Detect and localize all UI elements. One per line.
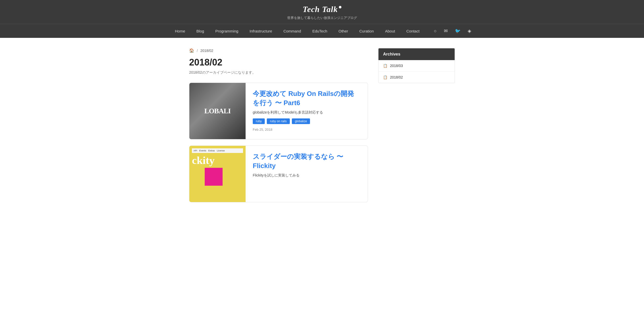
post-card-2: API Events Extras License ckity スライダーの実装… [189,146,368,202]
nav-command[interactable]: Command [278,25,307,37]
main-nav: Home Blog Programming Infrastructure Com… [0,24,644,38]
archive-icon-2: 📋 [383,75,387,79]
post-body-2: スライダーの実装するなら 〜 Flickity Flickityを試しに実装して… [246,146,368,202]
thumb2-inner: API Events Extras License ckity [192,148,243,186]
title-dot [339,6,341,8]
post-tag-ruby[interactable]: ruby [253,118,265,124]
site-header: Tech Talk 世界を旅して暮らしたい放浪エンジニアブログ Home Blo… [0,0,644,38]
nav-curation[interactable]: Curation [354,25,379,37]
archive-icon-1: 📋 [383,64,387,68]
breadcrumb-current: 2018/02 [200,49,213,53]
content-area: 🏠 / 2018/02 2018/02 2018/02のアーカイブページになりま… [189,48,368,208]
archives-box: Archives 📋 2018/03 📋 2018/02 [378,48,455,83]
archive-label-2018-02: 2018/02 [390,75,403,79]
post-tag-globalize[interactable]: globalize [292,118,310,124]
nav-home[interactable]: Home [169,25,191,37]
site-title-text: Tech Talk [303,5,338,14]
site-tagline: 世界を旅して暮らしたい放浪エンジニアブログ [0,16,644,20]
main-wrapper: 🏠 / 2018/02 2018/02 2018/02のアーカイブページになりま… [181,38,463,219]
twitter-icon: 🐦 [455,28,461,34]
github-link[interactable]: ○ [430,24,440,38]
post-excerpt-1: globalizeを利用してModelも多言語対応する [253,110,361,115]
breadcrumb: 🏠 / 2018/02 [189,48,368,53]
site-title: Tech Talk [0,5,644,14]
post-tag-ruby-on-rails[interactable]: ruby on rails [267,118,290,124]
post-title-link-2[interactable]: スライダーの実装するなら 〜 Flickity [253,153,343,170]
page-title: 2018/02 [189,57,368,68]
rss-link[interactable]: ◈ [464,24,475,38]
post-excerpt-2: Flickityを試しに実装してみる [253,173,361,178]
nav-about[interactable]: About [379,25,401,37]
thumb2-nav-extras: Extras [208,149,215,152]
thumb2-nav: API Events Extras License [192,148,243,153]
post-title-2: スライダーの実装するなら 〜 Flickity [253,152,361,171]
post-tags-1: ruby ruby on rails globalize [253,118,361,124]
nav-other[interactable]: Other [333,25,354,37]
archives-header: Archives [378,48,455,60]
nav-programming[interactable]: Programming [210,25,244,37]
post-title-1: 今更改めて Ruby On Railsの開発を行う 〜 Part6 [253,89,361,108]
archive-item-2018-02[interactable]: 📋 2018/02 [378,72,455,83]
post-date-1: Feb 25, 2018 [253,128,361,131]
post-thumbnail-1: LOBALI [189,83,246,139]
thumb2-nav-license: License [217,149,225,152]
email-link[interactable]: ✉ [440,24,451,38]
post-card: LOBALI 今更改めて Ruby On Railsの開発を行う 〜 Part6… [189,83,368,139]
email-icon: ✉ [444,28,448,34]
nav-infrastructure[interactable]: Infrastructure [244,25,278,37]
twitter-link[interactable]: 🐦 [451,24,464,38]
thumb2-nav-api: API [193,149,197,152]
rss-icon: ◈ [468,28,471,34]
post-thumbnail-2: API Events Extras License ckity [189,146,246,202]
breadcrumb-separator: / [197,49,198,53]
home-icon[interactable]: 🏠 [189,48,194,53]
nav-edutech[interactable]: EduTech [307,25,333,37]
archive-item-2018-03[interactable]: 📋 2018/03 [378,60,455,72]
nav-blog[interactable]: Blog [191,25,210,37]
thumb2-nav-events: Events [199,149,206,152]
page-subtitle: 2018/02のアーカイブページになります。 [189,70,368,75]
thumb2-pink-box [205,168,223,186]
post-title-link-1[interactable]: 今更改めて Ruby On Railsの開発を行う 〜 Part6 [253,90,354,107]
nav-social-icons: ○ ✉ 🐦 ◈ [430,24,475,38]
post-body-1: 今更改めて Ruby On Railsの開発を行う 〜 Part6 global… [246,83,368,139]
sidebar: Archives 📋 2018/03 📋 2018/02 [378,48,455,208]
github-icon: ○ [434,28,437,34]
archive-label-2018-03: 2018/03 [390,64,403,68]
thumbnail-text-1: LOBALI [204,107,231,115]
nav-contact[interactable]: Contact [401,25,425,37]
thumb2-title: ckity [192,155,243,166]
